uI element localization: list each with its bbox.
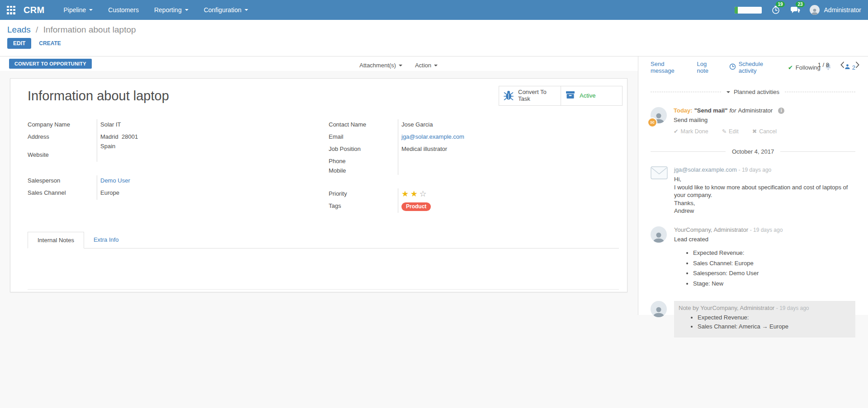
activity-clock-icon[interactable]: 19 (771, 5, 781, 15)
form-sheet: Convert To Task Active Information about… (10, 78, 627, 292)
bug-icon (504, 89, 514, 102)
tracking-values: Expected Revenue: Sales Channel: America… (679, 314, 851, 330)
field-phone: Phone (329, 156, 528, 165)
star-empty-icon[interactable]: ☆ (420, 189, 427, 198)
user-menu[interactable]: Administrator (824, 6, 861, 14)
star-filled-icon[interactable]: ★ (401, 189, 409, 198)
message-author: jga@solar.example.com (674, 166, 737, 173)
control-panel: Leads / Information about laptop EDIT CR… (0, 20, 868, 56)
convert-to-opportunity-button[interactable]: CONVERT TO OPPORTUNITY (9, 59, 92, 69)
internal-notes-content (28, 249, 619, 289)
tab-internal-notes[interactable]: Internal Notes (28, 232, 84, 249)
field-contact-name: Contact Name Jose Garcia (329, 119, 528, 131)
attachments-dropdown[interactable]: Attachment(s) (359, 62, 402, 69)
breadcrumb-current: Information about laptop (43, 25, 136, 34)
following-button[interactable]: ✔ Following (788, 64, 821, 71)
left-column: Company Name Solar IT Address Madrid 280… (28, 119, 317, 213)
action-dropdown[interactable]: Action (415, 62, 438, 69)
info-icon[interactable]: i (778, 108, 784, 114)
activity-item: ✉ Today: "Send mail" for Administrator i… (651, 107, 855, 135)
top-navbar: CRM Pipeline Customers Reporting Configu… (0, 0, 868, 20)
message-content: YourCompany, Administrator - 19 days ago… (674, 226, 855, 290)
tag-product: Product (401, 202, 431, 211)
tab-extra-info[interactable]: Extra Info (84, 232, 128, 248)
apps-grid-icon[interactable] (7, 6, 15, 14)
field-job-position: Job Position Medical illustrator (329, 144, 528, 156)
field-tags: Tags Product (329, 201, 528, 213)
right-group-2: Priority ★ ★ ☆ Tags Product (329, 188, 528, 213)
activity-headline: Today: "Send mail" for Administrator i (674, 107, 784, 114)
messages-icon[interactable]: 23 (790, 5, 801, 15)
sales-channel-value: Europe (97, 188, 317, 200)
navbar-menu: Pipeline Customers Reporting Configurati… (63, 6, 248, 14)
date-separator: October 4, 2017 (651, 148, 855, 155)
field-email: Email jga@solar.example.com (329, 131, 528, 144)
edit-button[interactable]: EDIT (7, 38, 31, 49)
menu-reporting[interactable]: Reporting (154, 6, 189, 14)
sheet-button-box: Convert To Task Active (499, 86, 623, 106)
phone-value (398, 156, 528, 165)
clock-icon (729, 63, 736, 71)
check-icon: ✔ (674, 128, 678, 135)
menu-pipeline[interactable]: Pipeline (63, 6, 93, 14)
pager-previous-icon[interactable] (840, 61, 844, 68)
right-column: Contact Name Jose Garcia Email jga@solar… (329, 119, 528, 213)
field-mobile: Mobile (329, 165, 528, 175)
activity-note: Send mailing (674, 117, 784, 123)
caret-down-icon (434, 65, 438, 66)
message-time: - 19 days ago (739, 167, 772, 173)
message-time: - 19 days ago (750, 227, 783, 233)
envelope-avatar-icon (651, 166, 668, 215)
activity-due: Today: (674, 107, 693, 114)
email-link[interactable]: jga@solar.example.com (401, 133, 464, 140)
star-filled-icon[interactable]: ★ (410, 189, 418, 198)
form-statusbar: CONVERT TO OPPORTUNITY (0, 56, 638, 71)
tracking-values: Expected Revenue: Sales Channel: Europe … (674, 249, 855, 287)
left-group-2: Salesperson Demo User Sales Channel Euro… (28, 175, 317, 200)
systray: 19 23 Administrator (735, 5, 861, 15)
message-author: YourCompany, Administrator (674, 226, 748, 233)
priority-stars: ★ ★ ☆ (398, 188, 528, 201)
message-body: Lead created Expected Revenue: Sales Cha… (674, 235, 855, 288)
convert-to-task-button[interactable]: Convert To Task (499, 86, 561, 105)
contact-name-value: Jose Garcia (398, 119, 528, 131)
active-toggle-button[interactable]: Active (561, 86, 622, 105)
message-author: Note by YourCompany, Administrator (679, 305, 774, 311)
pager-value[interactable]: 1 / 8 (818, 61, 829, 68)
activity-body: Today: "Send mail" for Administrator i S… (674, 107, 784, 135)
edit-activity-button[interactable]: ✎Edit (722, 128, 739, 135)
caret-down-icon (89, 9, 93, 11)
tab-bar: Internal Notes Extra Info (28, 232, 619, 249)
create-button[interactable]: CREATE (39, 40, 61, 47)
log-note-button[interactable]: Log note (697, 61, 717, 74)
breadcrumb-leads-link[interactable]: Leads (7, 25, 31, 34)
schedule-activity-button[interactable]: Schedule activity (729, 61, 776, 74)
pager-next-icon[interactable] (855, 61, 860, 68)
pager: 1 / 8 (818, 61, 860, 68)
activity-for-word: for (729, 107, 736, 114)
menu-configuration[interactable]: Configuration (204, 6, 248, 14)
field-sales-channel: Sales Channel Europe (28, 188, 317, 200)
menu-customers[interactable]: Customers (108, 6, 139, 14)
company-name-value: Solar IT (97, 119, 317, 131)
user-avatar[interactable] (810, 5, 820, 15)
job-position-value: Medical illustrator (398, 144, 528, 156)
app-brand[interactable]: CRM (24, 5, 44, 15)
caret-down-icon (185, 9, 189, 11)
send-message-button[interactable]: Send message (651, 61, 685, 74)
activity-avatar-wrap: ✉ (651, 107, 667, 123)
check-icon: ✔ (788, 64, 793, 71)
caret-down-icon (399, 65, 402, 66)
mark-done-button[interactable]: ✔Mark Done (674, 128, 708, 135)
activity-badge: 19 (776, 1, 784, 7)
salesperson-link[interactable]: Demo User (100, 177, 130, 184)
field-priority: Priority ★ ★ ☆ (329, 188, 528, 201)
message-body: Hi, I would like to know more about spec… (674, 175, 855, 215)
cancel-activity-button[interactable]: ✖Cancel (752, 128, 777, 135)
message-content: jga@solar.example.com - 19 days ago Hi, … (674, 166, 855, 215)
activity-progress-bar[interactable] (735, 7, 762, 14)
planned-activities-toggle[interactable]: Planned activities (651, 89, 855, 95)
field-website: Website (28, 150, 317, 162)
active-label: Active (580, 93, 595, 99)
archive-box-icon (566, 90, 575, 101)
